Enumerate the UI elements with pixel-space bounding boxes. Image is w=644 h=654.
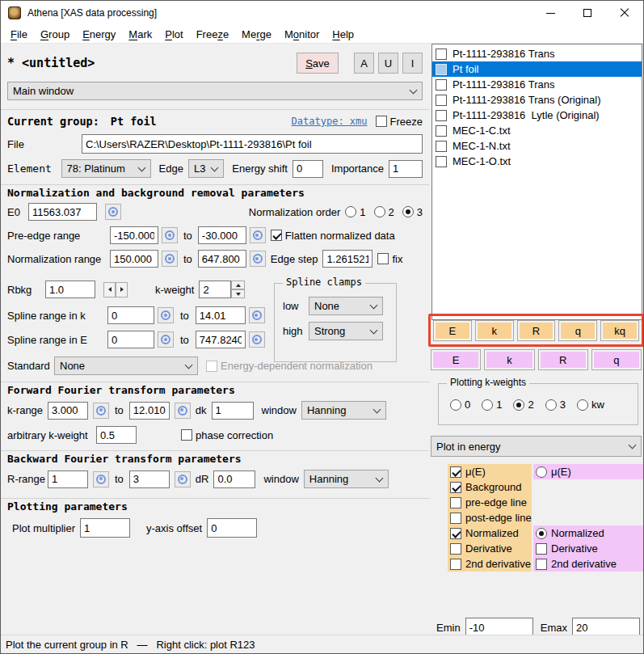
kweight-option-1[interactable]: 1 (482, 399, 502, 411)
plot-option-normalized[interactable]: Normalized (448, 525, 532, 541)
plot-marked-e-button[interactable]: E (431, 349, 481, 370)
list-item[interactable]: Pt-1111-293816 Lytle (Original) (432, 108, 642, 123)
close-button[interactable] (606, 1, 643, 25)
plot-space-select[interactable]: Plot in energy (431, 436, 642, 457)
plot-option-postedge-line[interactable]: post-edge line (448, 510, 532, 525)
importance-input[interactable] (389, 160, 423, 178)
pin-icon-spline-e-to[interactable] (249, 331, 265, 348)
mark-invert-button[interactable]: I (402, 53, 423, 74)
phase-correction-checkbox[interactable] (181, 429, 192, 441)
standard-select[interactable]: None (54, 357, 198, 375)
menu-monitor[interactable]: Monitor (278, 27, 326, 42)
plot-option-marked-derivative[interactable]: Derivative (533, 541, 643, 556)
plot-r-button[interactable]: R (517, 320, 556, 341)
plot-marked-r-button[interactable]: R (538, 349, 588, 370)
plot-option-background[interactable]: Background (448, 479, 532, 495)
plot-option-marked-2nd-derivative[interactable]: 2nd derivative (533, 556, 643, 572)
clamp-high-select[interactable]: Strong (309, 322, 383, 340)
rrange-to-input[interactable] (129, 470, 170, 488)
pin-icon-krange-from[interactable] (93, 403, 109, 419)
minimize-button[interactable] (532, 1, 569, 25)
rbkg-stepper[interactable] (103, 282, 128, 297)
pin-icon-spline-k-from[interactable] (158, 307, 174, 323)
plot-k-button[interactable]: k (475, 320, 514, 341)
menu-help[interactable]: Help (326, 27, 360, 42)
pin-icon-e0[interactable] (105, 204, 121, 220)
plot-option-2nd-derivative[interactable]: 2nd derivative (448, 556, 532, 572)
norm-order-radio-2[interactable] (374, 206, 385, 217)
menu-mark[interactable]: Mark (122, 27, 158, 42)
pin-icon-rrange-to[interactable] (175, 471, 191, 487)
pin-icon-preedge-to[interactable] (250, 227, 266, 243)
save-button[interactable]: Save (297, 53, 339, 74)
list-item[interactable]: MEC-1-C.txt (432, 123, 642, 138)
menu-plot[interactable]: Plot (158, 27, 189, 42)
edge-select[interactable]: L3 (188, 159, 224, 178)
pin-icon-spline-k-to[interactable] (249, 307, 265, 323)
main-window-select[interactable]: Main window (7, 82, 423, 100)
kweight-option-kw[interactable]: kw (577, 399, 604, 411)
arrow-down-icon[interactable] (231, 289, 245, 298)
norm-range-to-input[interactable] (198, 250, 246, 268)
group-mark-checkbox[interactable] (436, 95, 447, 106)
bft-window-select[interactable]: Hanning (304, 470, 389, 488)
plot-kq-button[interactable]: kq (600, 320, 639, 341)
rrange-from-input[interactable] (48, 470, 88, 488)
clamp-low-select[interactable]: None (309, 297, 383, 315)
arrow-right-icon[interactable] (116, 282, 128, 297)
group-mark-checkbox[interactable] (436, 141, 447, 152)
plot-marked-k-button[interactable]: k (484, 349, 534, 370)
plot-option-preedge-line[interactable]: pre-edge line (448, 495, 532, 510)
group-mark-checkbox[interactable] (436, 49, 447, 60)
element-select[interactable]: 78: Platinum (61, 159, 151, 178)
yaxis-offset-input[interactable] (207, 518, 257, 538)
arrow-left-icon[interactable] (103, 282, 116, 297)
krange-to-input[interactable] (129, 402, 170, 420)
menu-group[interactable]: Group (34, 27, 76, 42)
preedge-to-input[interactable] (198, 226, 246, 244)
list-item-selected[interactable]: Pt foil (432, 61, 642, 77)
norm-order-radio-3[interactable] (402, 206, 414, 217)
group-mark-checkbox[interactable] (436, 64, 447, 75)
plot-option-mu[interactable]: μ(E) (448, 464, 532, 479)
kweight-option-2[interactable]: 2 (513, 399, 533, 411)
spline-k-from-input[interactable] (107, 306, 154, 324)
energy-shift-input[interactable] (293, 160, 323, 178)
flatten-checkbox[interactable] (271, 230, 282, 241)
pin-icon-rrange-from[interactable] (93, 471, 109, 487)
plot-e-button[interactable]: E (433, 320, 472, 341)
kweight-stepper[interactable] (231, 281, 245, 298)
pin-icon-spline-e-from[interactable] (158, 331, 174, 348)
list-item[interactable]: MEC-1-N.txt (432, 138, 642, 154)
fix-checkbox[interactable] (377, 253, 389, 264)
dr-input[interactable] (213, 470, 255, 488)
energy-dep-checkbox[interactable] (206, 361, 217, 372)
group-mark-checkbox[interactable] (436, 125, 447, 137)
pin-icon-norm-from[interactable] (162, 251, 178, 267)
dk-input[interactable] (212, 402, 254, 420)
kweight-input[interactable] (199, 281, 231, 298)
krange-from-input[interactable] (48, 402, 88, 420)
pin-icon-krange-to[interactable] (175, 403, 191, 419)
list-item[interactable]: Pt-1111-293816 Trans (Original) (432, 92, 642, 108)
list-item[interactable]: Pt-1111-293816 Trans (432, 77, 642, 92)
maximize-button[interactable] (569, 1, 606, 25)
plot-q-button[interactable]: q (558, 320, 597, 341)
plot-option-marked-mu[interactable]: μ(E) (533, 464, 643, 479)
file-path-input[interactable] (82, 134, 423, 154)
spline-e-to-input[interactable] (196, 331, 246, 348)
menu-freeze[interactable]: Freeze (190, 27, 235, 42)
list-item[interactable]: MEC-1-O.txt (432, 154, 642, 169)
mark-none-button[interactable]: U (378, 53, 398, 74)
spline-e-from-input[interactable] (107, 331, 154, 348)
kweight-option-3[interactable]: 3 (545, 399, 566, 411)
edge-step-input[interactable] (322, 250, 373, 268)
kweight-option-0[interactable]: 0 (450, 399, 470, 411)
rbkg-input[interactable] (45, 281, 95, 298)
group-mark-checkbox[interactable] (436, 110, 447, 121)
arb-kweight-input[interactable] (96, 426, 137, 444)
menu-merge[interactable]: Merge (235, 27, 278, 42)
spline-k-to-input[interactable] (196, 306, 246, 324)
plot-marked-q-button[interactable]: q (591, 349, 642, 370)
mark-all-button[interactable]: A (354, 53, 374, 74)
